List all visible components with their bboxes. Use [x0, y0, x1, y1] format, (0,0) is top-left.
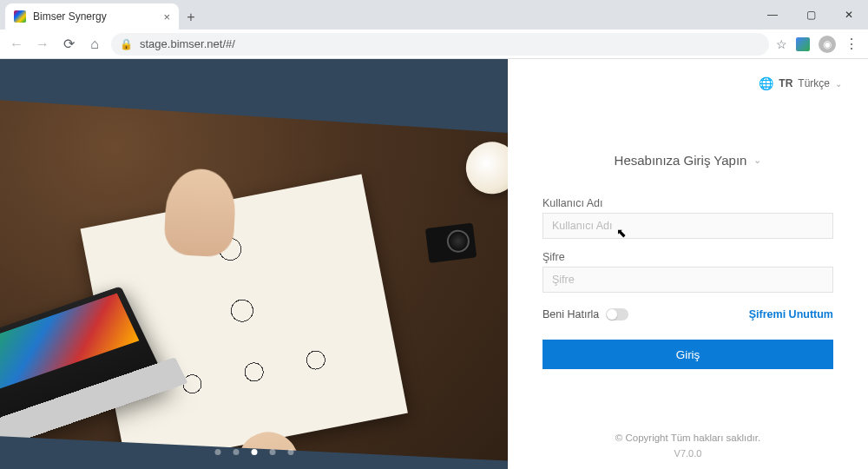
minimize-button[interactable]: — — [753, 0, 792, 30]
home-icon[interactable]: ⌂ — [85, 35, 104, 54]
language-selector[interactable]: 🌐 TR Türkçe ⌄ — [759, 76, 842, 90]
browser-addressbar: ← → ⟳ ⌂ 🔒 stage.bimser.net/#/ ☆ ◉ ⋮ — [0, 30, 868, 59]
lock-icon: 🔒 — [120, 38, 133, 50]
chevron-down-icon: ⌄ — [835, 79, 842, 89]
forgot-password-link[interactable]: Şifremi Unuttum — [749, 308, 833, 320]
username-input[interactable] — [542, 213, 833, 239]
globe-icon: 🌐 — [759, 76, 773, 90]
menu-icon[interactable]: ⋮ — [845, 36, 858, 52]
login-heading[interactable]: Hesabınıza Giriş Yapın ⌄ — [542, 153, 833, 168]
username-label: Kullanıcı Adı — [542, 197, 833, 209]
window-controls: — ▢ ✕ — [753, 0, 868, 30]
carousel-dots — [214, 449, 293, 455]
login-button[interactable]: Giriş — [542, 340, 833, 369]
reload-icon[interactable]: ⟳ — [59, 35, 78, 54]
page-content: 🌐 TR Türkçe ⌄ Hesabınıza Giriş Yapın ⌄ K… — [0, 59, 868, 469]
forward-icon[interactable]: → — [33, 35, 52, 54]
browser-tab[interactable]: Bimser Synergy × — [5, 3, 179, 30]
url-text: stage.bimser.net/#/ — [140, 37, 235, 50]
browser-tabbar: Bimser Synergy × + — ▢ ✕ — [0, 0, 868, 30]
tab-title: Bimser Synergy — [33, 10, 107, 23]
lang-code: TR — [779, 77, 792, 89]
remember-toggle[interactable] — [606, 308, 628, 320]
carousel-dot[interactable] — [287, 449, 293, 455]
carousel-dot[interactable] — [251, 449, 257, 455]
carousel-dot[interactable] — [214, 449, 220, 455]
extension-icon[interactable] — [796, 37, 810, 51]
password-group: Şifre — [542, 251, 833, 293]
password-label: Şifre — [542, 251, 833, 263]
favicon-icon — [14, 10, 26, 23]
back-icon[interactable]: ← — [7, 35, 26, 54]
remember-label: Beni Hatırla — [542, 308, 599, 320]
carousel-dot[interactable] — [269, 449, 275, 455]
password-input[interactable] — [542, 267, 833, 293]
url-input[interactable]: 🔒 stage.bimser.net/#/ — [111, 33, 769, 56]
hero-carousel — [0, 59, 508, 469]
version-text: V7.0.0 — [542, 448, 833, 459]
close-icon[interactable]: × — [163, 10, 170, 23]
login-heading-text: Hesabınıza Giriş Yapın — [615, 153, 747, 168]
lang-name: Türkçe — [798, 77, 830, 89]
username-group: Kullanıcı Adı — [542, 197, 833, 239]
carousel-dot[interactable] — [233, 449, 239, 455]
profile-icon[interactable]: ◉ — [819, 36, 836, 53]
chevron-down-icon: ⌄ — [753, 155, 761, 166]
login-panel: 🌐 TR Türkçe ⌄ Hesabınıza Giriş Yapın ⌄ K… — [508, 59, 868, 469]
close-window-button[interactable]: ✕ — [830, 0, 868, 30]
maximize-button[interactable]: ▢ — [792, 0, 830, 30]
bookmark-icon[interactable]: ☆ — [776, 37, 787, 51]
new-tab-button[interactable]: + — [179, 5, 203, 30]
copyright-text: © Copyright Tüm hakları saklıdır. — [542, 433, 833, 443]
